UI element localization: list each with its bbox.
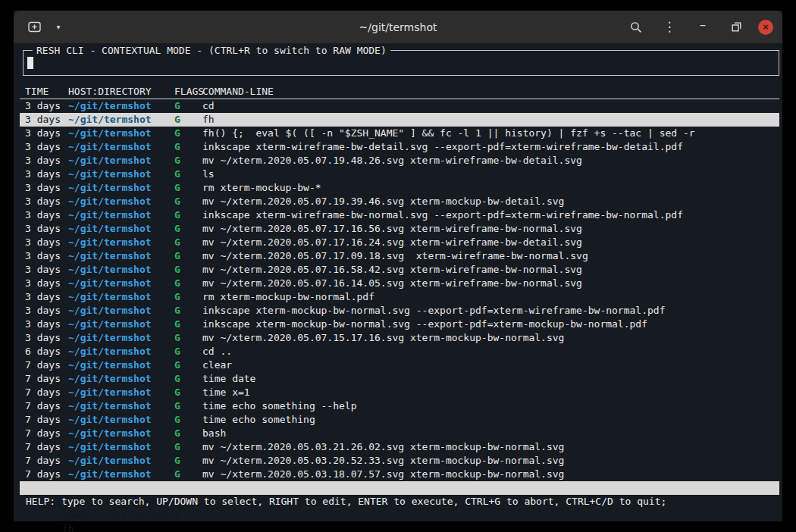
row-host-directory: ~/git/termshot (68, 113, 171, 127)
history-row[interactable]: 3 days ~/git/termshot G inkscape xterm-m… (20, 304, 779, 318)
row-command: inkscape xterm-mockup-bw-normal.svg --ex… (202, 304, 779, 318)
history-row[interactable]: 3 days ~/git/termshot G mv ~/xterm.2020.… (20, 263, 779, 277)
row-flags: G (171, 249, 202, 263)
row-flags: G (171, 140, 202, 154)
history-row[interactable]: 7 days ~/git/termshot G mv ~/xterm.2020.… (20, 468, 779, 481)
header-time: TIME (25, 85, 68, 99)
titlebar: ▾ ~/git/termshot ⋮ – (14, 11, 782, 44)
row-host-directory: ~/git/termshot (68, 454, 171, 468)
row-flags: G (171, 372, 202, 386)
row-flags: G (171, 154, 202, 167)
row-host-directory: ~/git/termshot (68, 277, 171, 290)
close-button[interactable]: × (758, 20, 773, 35)
history-row[interactable]: 7 days ~/git/termshot G mv ~/xterm.2020.… (20, 454, 779, 468)
history-row[interactable]: 7 days ~/git/termshot G clear (20, 358, 779, 372)
history-row[interactable]: 3 days ~/git/termshot G ls (20, 167, 779, 181)
row-time: 3 days (25, 249, 68, 263)
history-row[interactable]: 3 days ~/git/termshot G rm xterm-mockup-… (20, 290, 779, 304)
row-time: 3 days (25, 236, 68, 249)
row-host-directory: ~/git/termshot (68, 345, 171, 358)
row-command: fh (202, 113, 779, 127)
status-location: tower:~/git/termshot (62, 509, 181, 521)
history-row[interactable]: 3 days ~/git/termshot G cd (20, 99, 779, 113)
history-row[interactable]: 3 days ~/git/termshot G fh() {; eval $( … (20, 127, 779, 140)
history-row[interactable]: 6 days ~/git/termshot G cd .. (20, 345, 779, 358)
row-time: 3 days (25, 331, 68, 345)
row-host-directory: ~/git/termshot (68, 154, 171, 167)
table-header: TIME HOST:DIRECTORY FLAGS COMMAND-LINE (20, 85, 779, 99)
menu-button[interactable]: ⋮ (658, 16, 681, 39)
row-host-directory: ~/git/termshot (68, 399, 171, 413)
row-flags: G (171, 263, 202, 277)
header-host: HOST:DIRECTORY (68, 85, 171, 99)
minimize-button[interactable]: – (691, 16, 714, 39)
row-time: 7 days (25, 372, 68, 386)
row-host-directory: ~/git/termshot (68, 358, 171, 372)
row-command: mv ~/xterm.2020.05.07.15.17.16.svg xterm… (202, 331, 779, 345)
row-time: 7 days (25, 427, 68, 440)
row-command: mv ~/xterm.2020.05.07.17.09.18.svg xterm… (202, 249, 779, 263)
search-button[interactable] (625, 16, 647, 39)
row-host-directory: ~/git/termshot (68, 386, 171, 399)
row-time: 3 days (25, 208, 68, 222)
row-flags: G (171, 290, 202, 304)
row-time: 7 days (25, 440, 68, 454)
history-row[interactable]: 3 days ~/git/termshot G mv ~/xterm.2020.… (20, 154, 779, 167)
history-row[interactable]: 7 days ~/git/termshot G time echo someth… (20, 399, 779, 413)
tab-list-caret-button[interactable]: ▾ (47, 16, 70, 39)
row-flags: G (171, 399, 202, 413)
row-time: 3 days (25, 318, 68, 331)
row-flags: G (171, 413, 202, 427)
row-flags: G (171, 427, 202, 440)
row-time: 3 days (25, 181, 68, 195)
row-host-directory: ~/git/termshot (68, 208, 171, 222)
row-host-directory: ~/git/termshot (68, 304, 171, 318)
history-row[interactable]: 7 days ~/git/termshot G time date (20, 372, 779, 386)
history-row[interactable]: 3 days ~/git/termshot G mv ~/xterm.2020.… (20, 277, 779, 290)
history-row[interactable]: 3 days ~/git/termshot G mv ~/xterm.2020.… (20, 222, 779, 236)
row-time: 7 days (25, 358, 68, 372)
history-row[interactable]: 3 days ~/git/termshot G inkscape xterm-w… (20, 140, 779, 154)
row-command: cd (202, 99, 779, 113)
new-tab-button[interactable] (23, 16, 45, 39)
search-box[interactable]: RESH CLI - CONTEXTUAL MODE - (CTRL+R to … (23, 50, 779, 76)
history-row[interactable]: 7 days ~/git/termshot G mv ~/xterm.2020.… (20, 440, 779, 454)
history-row[interactable]: 7 days ~/git/termshot G bash (20, 427, 779, 440)
history-row[interactable]: 3 days ~/git/termshot G mv ~/xterm.2020.… (20, 195, 779, 208)
history-row[interactable]: 3 days ~/git/termshot G mv ~/xterm.2020.… (20, 236, 779, 249)
row-flags: G (171, 468, 202, 481)
history-row[interactable]: 3 days ~/git/termshot G inkscape xterm-w… (20, 208, 779, 222)
row-time: 3 days (25, 154, 68, 167)
row-host-directory: ~/git/termshot (68, 181, 171, 195)
history-row[interactable]: 3 days ~/git/termshot G inkscape xterm-m… (20, 318, 779, 331)
row-time: 3 days (25, 290, 68, 304)
row-flags: G (171, 208, 202, 222)
status-bar: 2020-05-08 00:34:56 tower:~/git/termshot… (20, 481, 779, 495)
row-command: time echo something --help (202, 399, 779, 413)
history-row[interactable]: 3 days ~/git/termshot G mv ~/xterm.2020.… (20, 331, 779, 345)
history-row[interactable]: 3 days ~/git/termshot G mv ~/xterm.2020.… (20, 249, 779, 263)
row-flags: G (171, 99, 202, 113)
row-host-directory: ~/git/termshot (68, 440, 171, 454)
row-time: 7 days (25, 386, 68, 399)
row-host-directory: ~/git/termshot (68, 372, 171, 386)
row-flags: G (171, 195, 202, 208)
search-icon (630, 21, 642, 33)
row-command: time date (202, 372, 779, 386)
history-row[interactable]: 7 days ~/git/termshot G time x=1 (20, 386, 779, 399)
history-row[interactable]: 7 days ~/git/termshot G time echo someth… (20, 413, 779, 427)
row-command: mv ~/xterm.2020.05.07.17.16.24.svg xterm… (202, 236, 779, 249)
terminal-screen[interactable]: RESH CLI - CONTEXTUAL MODE - (CTRL+R to … (14, 44, 782, 521)
row-host-directory: ~/git/termshot (68, 427, 171, 440)
row-time: 3 days (25, 277, 68, 290)
row-command: inkscape xterm-wireframe-bw-normal.svg -… (202, 208, 779, 222)
terminal-window: ▾ ~/git/termshot ⋮ – (14, 11, 782, 521)
row-time: 6 days (25, 345, 68, 358)
history-row[interactable]: 3 days ~/git/termshot G rm xterm-mockup-… (20, 181, 779, 195)
restore-button[interactable] (725, 16, 747, 39)
row-host-directory: ~/git/termshot (68, 263, 171, 277)
row-host-directory: ~/git/termshot (68, 249, 171, 263)
history-row[interactable]: 3 days ~/git/termshot G fh (20, 113, 779, 127)
header-command: COMMAND-LINE (202, 85, 779, 99)
row-command: mv ~/xterm.2020.05.07.19.39.46.svg xterm… (202, 195, 779, 208)
